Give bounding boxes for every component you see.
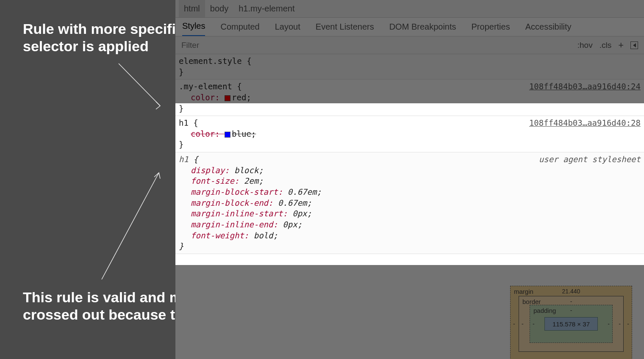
color-swatch-icon[interactable]: [225, 95, 230, 101]
bm-border-top[interactable]: -: [570, 298, 572, 305]
hov-toggle[interactable]: :hov: [577, 41, 593, 50]
ua-declaration: font-size: 2em;: [179, 176, 641, 187]
breadcrumb-item-h1[interactable]: h1.my-element: [233, 0, 300, 17]
bm-margin-right[interactable]: -: [627, 320, 629, 327]
rule-h1-override[interactable]: 108ff484b03…aa916d40:28 h1 { color: blue…: [175, 116, 644, 152]
rule-element-style[interactable]: element.style { }: [175, 54, 644, 80]
bm-border-label: border: [522, 298, 541, 305]
tab-event-listeners[interactable]: Event Listeners: [316, 18, 374, 36]
breadcrumb-item-html[interactable]: html: [179, 0, 205, 17]
rule-user-agent: user agent stylesheet h1 { display: bloc…: [175, 152, 644, 254]
source-link[interactable]: 108ff484b03…aa916d40:24: [529, 81, 641, 92]
property-value[interactable]: red;: [232, 93, 251, 102]
selector: .my-element: [179, 82, 232, 91]
box-model[interactable]: margin 21.440 - - border - - - padding -…: [510, 286, 632, 359]
styles-rules: element.style { } 108ff484b03…aa916d40:2…: [175, 54, 644, 254]
tab-styles[interactable]: Styles: [182, 17, 205, 36]
filter-input[interactable]: [179, 39, 577, 52]
selector: h1: [179, 155, 189, 164]
bm-padding-top[interactable]: -: [570, 307, 572, 314]
styles-tabs: Styles Computed Layout Event Listeners D…: [175, 18, 644, 36]
toggle-sidebar-icon[interactable]: [630, 41, 638, 49]
bm-padding-label: padding: [533, 307, 556, 314]
user-agent-label: user agent stylesheet: [539, 154, 641, 165]
property-name[interactable]: color:: [179, 129, 225, 138]
devtools-panel: html body h1.my-element Styles Computed …: [175, 0, 644, 359]
tab-accessibility[interactable]: Accessibility: [525, 18, 572, 36]
svg-line-1: [102, 173, 159, 279]
ua-declaration: margin-inline-end: 0px;: [179, 219, 641, 230]
cls-toggle[interactable]: .cls: [600, 41, 612, 50]
ua-declaration: margin-block-start: 0.67em;: [179, 187, 641, 198]
tab-layout[interactable]: Layout: [275, 18, 300, 36]
bm-padding-right[interactable]: -: [608, 320, 610, 327]
ua-declaration: font-weight: bold;: [179, 230, 641, 241]
tab-computed[interactable]: Computed: [220, 18, 259, 36]
ua-declaration: display: block;: [179, 165, 641, 176]
property-value[interactable]: blue;: [232, 129, 256, 138]
arrow-bottom-icon: [0, 0, 176, 296]
new-rule-button[interactable]: +: [618, 40, 624, 51]
ua-declaration: margin-inline-start: 0px;: [179, 208, 641, 219]
bm-padding-left[interactable]: -: [533, 320, 535, 327]
bm-margin-left[interactable]: -: [513, 320, 515, 327]
tab-properties[interactable]: Properties: [472, 18, 510, 36]
color-swatch-icon[interactable]: [225, 132, 230, 138]
bm-border-right[interactable]: -: [619, 320, 621, 327]
bm-margin-label: margin: [514, 288, 533, 295]
selector: element.style: [179, 56, 242, 66]
bm-margin-top[interactable]: 21.440: [562, 288, 580, 295]
rule-my-element[interactable]: 108ff484b03…aa916d40:24 .my-element { co…: [175, 80, 644, 116]
tab-dom-breakpoints[interactable]: DOM Breakpoints: [389, 18, 456, 36]
source-link[interactable]: 108ff484b03…aa916d40:28: [529, 118, 641, 129]
ua-declaration: margin-block-end: 0.67em;: [179, 198, 641, 209]
bm-content[interactable]: 115.578 × 37: [544, 317, 598, 331]
property-name[interactable]: color:: [179, 93, 220, 102]
bm-border-left[interactable]: -: [522, 320, 524, 327]
breadcrumb-item-body[interactable]: body: [205, 0, 233, 17]
selector: h1: [179, 118, 189, 127]
breadcrumb: html body h1.my-element: [175, 0, 644, 18]
filter-row: :hov .cls +: [175, 36, 644, 54]
